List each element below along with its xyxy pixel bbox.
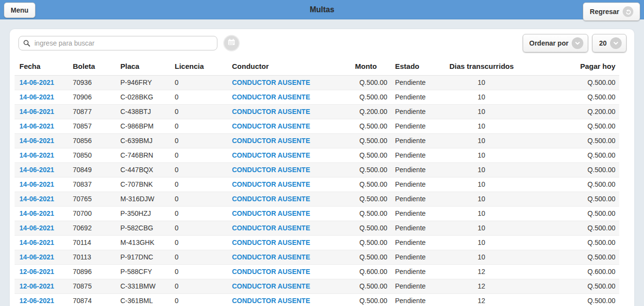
boleta-cell: 70114 bbox=[69, 236, 116, 250]
conductor-cell[interactable]: CONDUCTOR AUSENTE bbox=[228, 76, 341, 90]
dias-transcurridos-cell: 10 bbox=[446, 177, 517, 192]
conductor-cell[interactable]: CONDUCTOR AUSENTE bbox=[228, 90, 341, 105]
fecha-cell[interactable]: 14-06-2021 bbox=[15, 250, 69, 265]
table-row: 14-06-202170765M-316DJW0CONDUCTOR AUSENT… bbox=[15, 192, 619, 207]
licencia-cell: 0 bbox=[171, 250, 228, 265]
conductor-cell[interactable]: CONDUCTOR AUSENTE bbox=[228, 294, 341, 306]
fecha-cell[interactable]: 14-06-2021 bbox=[15, 192, 69, 207]
estado-cell: Pendiente bbox=[391, 192, 446, 207]
chevron-down-icon bbox=[610, 37, 622, 49]
boleta-cell: 70692 bbox=[69, 221, 116, 236]
boleta-cell: 70906 bbox=[69, 90, 116, 105]
conductor-cell[interactable]: CONDUCTOR AUSENTE bbox=[228, 163, 341, 177]
table-row: 14-06-202170849C-447BQX0CONDUCTOR AUSENT… bbox=[15, 163, 619, 177]
fecha-cell[interactable]: 14-06-2021 bbox=[15, 105, 69, 119]
fecha-cell[interactable]: 14-06-2021 bbox=[15, 221, 69, 236]
top-bar: Menu Multas Regresar bbox=[0, 0, 644, 19]
dias-transcurridos-cell: 10 bbox=[446, 134, 517, 148]
table-row: 14-06-202170906C-028BKG0CONDUCTOR AUSENT… bbox=[15, 90, 619, 105]
back-button[interactable]: Regresar bbox=[583, 2, 640, 21]
table-row: 14-06-202170837C-707BNK0CONDUCTOR AUSENT… bbox=[15, 177, 619, 192]
fecha-cell[interactable]: 14-06-2021 bbox=[15, 177, 69, 192]
boleta-cell: 70857 bbox=[69, 119, 116, 134]
dias-transcurridos-cell: 10 bbox=[446, 221, 517, 236]
fecha-cell[interactable]: 14-06-2021 bbox=[15, 134, 69, 148]
conductor-cell[interactable]: CONDUCTOR AUSENTE bbox=[228, 250, 341, 265]
boleta-cell: 70765 bbox=[69, 192, 116, 207]
table-row: 14-06-202170700P-350HZJ0CONDUCTOR AUSENT… bbox=[15, 207, 619, 221]
table-row: 14-06-202170856C-639BMJ0CONDUCTOR AUSENT… bbox=[15, 134, 619, 148]
column-header-licencia: Licencia bbox=[171, 58, 228, 76]
pagar-hoy-cell: Q.500.00 bbox=[517, 177, 619, 192]
dias-transcurridos-cell: 10 bbox=[446, 105, 517, 119]
fecha-cell[interactable]: 12-06-2021 bbox=[15, 265, 69, 279]
fecha-cell[interactable]: 12-06-2021 bbox=[15, 294, 69, 306]
placa-cell: C-361BML bbox=[116, 294, 171, 306]
fecha-cell[interactable]: 14-06-2021 bbox=[15, 207, 69, 221]
table-controls: Ordenar por 20 bbox=[523, 34, 627, 52]
conductor-cell[interactable]: CONDUCTOR AUSENTE bbox=[228, 134, 341, 148]
sort-dropdown[interactable]: Ordenar por bbox=[523, 34, 589, 52]
search-input[interactable] bbox=[18, 36, 217, 50]
fecha-cell[interactable]: 12-06-2021 bbox=[15, 279, 69, 294]
boleta-cell: 70850 bbox=[69, 148, 116, 163]
page-size-dropdown[interactable]: 20 bbox=[592, 34, 627, 52]
fecha-cell[interactable]: 14-06-2021 bbox=[15, 90, 69, 105]
monto-cell: Q.600.00 bbox=[341, 265, 391, 279]
conductor-cell[interactable]: CONDUCTOR AUSENTE bbox=[228, 105, 341, 119]
fecha-cell[interactable]: 14-06-2021 bbox=[15, 76, 69, 90]
conductor-cell[interactable]: CONDUCTOR AUSENTE bbox=[228, 207, 341, 221]
monto-cell: Q.500.00 bbox=[341, 177, 391, 192]
monto-cell: Q.500.00 bbox=[341, 294, 391, 306]
conductor-cell[interactable]: CONDUCTOR AUSENTE bbox=[228, 177, 341, 192]
placa-cell: M-413GHK bbox=[116, 236, 171, 250]
monto-cell: Q.500.00 bbox=[341, 90, 391, 105]
conductor-cell[interactable]: CONDUCTOR AUSENTE bbox=[228, 192, 341, 207]
table-row: 14-06-202170692P-582CBG0CONDUCTOR AUSENT… bbox=[15, 221, 619, 236]
table-row: 14-06-202170113P-917DNC0CONDUCTOR AUSENT… bbox=[15, 250, 619, 265]
monto-cell: Q.200.00 bbox=[341, 105, 391, 119]
fecha-cell[interactable]: 14-06-2021 bbox=[15, 119, 69, 134]
toolbar: Ordenar por 20 bbox=[10, 36, 634, 57]
table-row: 12-06-202170875C-331BMW0CONDUCTOR AUSENT… bbox=[15, 279, 619, 294]
licencia-cell: 0 bbox=[171, 90, 228, 105]
conductor-cell[interactable]: CONDUCTOR AUSENTE bbox=[228, 236, 341, 250]
conductor-cell[interactable]: CONDUCTOR AUSENTE bbox=[228, 119, 341, 134]
monto-cell: Q.500.00 bbox=[341, 134, 391, 148]
fecha-cell[interactable]: 14-06-2021 bbox=[15, 148, 69, 163]
boleta-cell: 70875 bbox=[69, 279, 116, 294]
licencia-cell: 0 bbox=[171, 119, 228, 134]
table-body: 14-06-202170936P-946FRY0CONDUCTOR AUSENT… bbox=[15, 76, 619, 306]
pagar-hoy-cell: Q.500.00 bbox=[517, 163, 619, 177]
boleta-cell: 70896 bbox=[69, 265, 116, 279]
conductor-cell[interactable]: CONDUCTOR AUSENTE bbox=[228, 148, 341, 163]
pagar-hoy-cell: Q.600.00 bbox=[517, 265, 619, 279]
calendar-button[interactable] bbox=[223, 35, 240, 51]
licencia-cell: 0 bbox=[171, 76, 228, 90]
estado-cell: Pendiente bbox=[391, 134, 446, 148]
pagar-hoy-cell: Q.500.00 bbox=[517, 148, 619, 163]
boleta-cell: 70936 bbox=[69, 76, 116, 90]
conductor-cell[interactable]: CONDUCTOR AUSENTE bbox=[228, 221, 341, 236]
estado-cell: Pendiente bbox=[391, 250, 446, 265]
table-row: 14-06-202170877C-438BTJ0CONDUCTOR AUSENT… bbox=[15, 105, 619, 119]
chevron-down-icon bbox=[572, 37, 583, 49]
estado-cell: Pendiente bbox=[391, 163, 446, 177]
pagar-hoy-cell: Q.500.00 bbox=[517, 221, 619, 236]
page-size-value: 20 bbox=[599, 39, 607, 47]
page-title: Multas bbox=[0, 0, 644, 19]
column-header-placa: Placa bbox=[116, 58, 171, 76]
boleta-cell: 70856 bbox=[69, 134, 116, 148]
conductor-cell[interactable]: CONDUCTOR AUSENTE bbox=[228, 279, 341, 294]
boleta-cell: 70874 bbox=[69, 294, 116, 306]
menu-button[interactable]: Menu bbox=[4, 2, 35, 18]
dias-transcurridos-cell: 12 bbox=[446, 279, 517, 294]
licencia-cell: 0 bbox=[171, 294, 228, 306]
conductor-cell[interactable]: CONDUCTOR AUSENTE bbox=[228, 265, 341, 279]
monto-cell: Q.500.00 bbox=[341, 119, 391, 134]
boleta-cell: 70700 bbox=[69, 207, 116, 221]
monto-cell: Q.500.00 bbox=[341, 163, 391, 177]
fecha-cell[interactable]: 14-06-2021 bbox=[15, 163, 69, 177]
fecha-cell[interactable]: 14-06-2021 bbox=[15, 236, 69, 250]
table-row: 14-06-202170114M-413GHK0CONDUCTOR AUSENT… bbox=[15, 236, 619, 250]
